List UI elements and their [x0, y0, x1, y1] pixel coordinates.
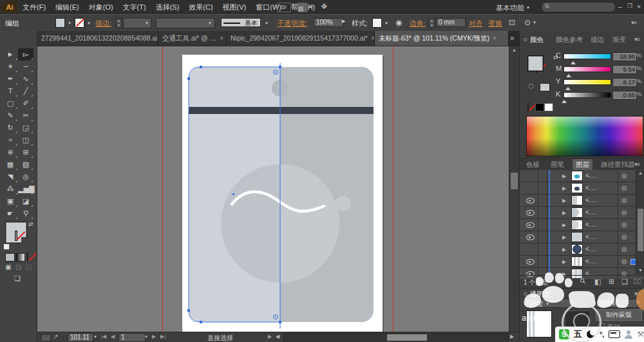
- transform-link[interactable]: 变换: [488, 19, 502, 28]
- opacity-expand-icon[interactable]: ▶: [342, 19, 345, 24]
- visibility-eye-icon[interactable]: [526, 222, 535, 228]
- stroke-color-swatch[interactable]: [75, 18, 84, 28]
- wrench-icon[interactable]: ⚒: [637, 330, 644, 339]
- expand-triangle-icon[interactable]: ▶: [562, 222, 566, 228]
- tool-cell[interactable]: ◫: [18, 134, 33, 146]
- corner-stepper[interactable]: ▲▼: [428, 18, 435, 28]
- none-mode-button[interactable]: [27, 252, 28, 261]
- panel-fill-swatch[interactable]: [527, 55, 544, 71]
- delete-layer-icon[interactable]: ⌧: [633, 278, 641, 286]
- layer-name[interactable]: <...: [585, 221, 597, 228]
- tool-cell[interactable]: ✎: [3, 109, 18, 122]
- toolbar-stroke-swatch[interactable]: [15, 231, 17, 240]
- tab-pathfinder[interactable]: 路径查找器: [601, 160, 635, 169]
- tool-cell[interactable]: ▣: [3, 195, 18, 207]
- menu-item[interactable]: 视图(V): [221, 0, 249, 12]
- channel-slider[interactable]: [564, 66, 611, 72]
- layers-panel-menu-icon[interactable]: ▾≡: [634, 161, 639, 167]
- tool-cell[interactable]: ☛: [3, 207, 18, 220]
- new-sublayer-icon[interactable]: ⊞: [609, 278, 614, 286]
- layer-row[interactable]: ▶ <... ◎: [520, 219, 644, 231]
- tool-cell[interactable]: ▂▅▇: [18, 183, 33, 195]
- document-tab[interactable]: Nipic_29842067_20190829115417377000.ai*×: [227, 31, 375, 46]
- expand-triangle-icon[interactable]: ▶: [562, 247, 566, 252]
- arrange-documents-caret-icon[interactable]: ▼: [308, 5, 312, 8]
- color-panel-menu-icon[interactable]: ▾≡: [634, 36, 639, 43]
- bridge-button[interactable]: Br: [277, 3, 291, 12]
- opacity-value[interactable]: 100%: [314, 18, 343, 27]
- screen-mode-icon[interactable]: ❏: [14, 274, 21, 283]
- panel-collapse-icon[interactable]: ≎: [523, 36, 528, 43]
- layer-thumbnail[interactable]: [571, 207, 583, 218]
- scroll-up-icon[interactable]: ▲: [512, 48, 516, 52]
- visibility-eye-icon[interactable]: [526, 198, 535, 204]
- layer-row[interactable]: ▶ <... ◎: [520, 256, 644, 268]
- target-circle-icon[interactable]: ◎: [621, 221, 627, 228]
- horizontal-scroll-thumb[interactable]: [387, 334, 427, 341]
- brush-definition-select[interactable]: 基本: [221, 18, 261, 27]
- target-circle-icon[interactable]: ◎: [621, 172, 627, 179]
- punctuation-icon[interactable]: °,: [600, 330, 604, 338]
- tab-stroke[interactable]: 描边: [591, 35, 604, 44]
- channel-slider[interactable]: [564, 79, 611, 85]
- menu-item[interactable]: 效果(C): [187, 0, 214, 12]
- layer-thumbnail[interactable]: [571, 183, 583, 193]
- color-spectrum[interactable]: [526, 116, 643, 157]
- ime-mode-label[interactable]: 五: [574, 328, 582, 340]
- layer-name[interactable]: <...: [585, 184, 597, 191]
- tab-swatches[interactable]: 色板: [526, 160, 540, 169]
- target-circle-icon[interactable]: ◎: [621, 196, 627, 204]
- channel-slider[interactable]: [564, 92, 611, 98]
- visibility-eye-icon[interactable]: [526, 259, 535, 265]
- target-circle-icon[interactable]: ◎: [621, 258, 627, 265]
- new-layer-icon[interactable]: ❏: [621, 278, 628, 286]
- layer-row[interactable]: ▶ <... ◎: [520, 207, 644, 219]
- tool-cell[interactable]: ↻: [3, 122, 18, 134]
- target-circle-icon[interactable]: ◎: [621, 233, 627, 240]
- layer-name[interactable]: <...: [585, 233, 597, 240]
- search-input[interactable]: [541, 2, 616, 12]
- tool-cell[interactable]: ▻: [18, 48, 33, 61]
- channel-value-input[interactable]: 0.65: [612, 91, 637, 100]
- width-profile-caret-icon[interactable]: [206, 19, 212, 27]
- vertical-scrollbar[interactable]: ▲: [509, 46, 519, 332]
- layer-row[interactable]: ▶ <... ◎: [520, 231, 644, 243]
- workspace-switcher[interactable]: 基本功能: [496, 3, 530, 13]
- target-circle-icon[interactable]: ◎: [621, 245, 627, 252]
- align-link[interactable]: 对齐: [469, 19, 483, 28]
- tool-cell[interactable]: ⊞: [18, 146, 33, 158]
- stroke-panel-link[interactable]: 描边:: [95, 19, 111, 28]
- expand-triangle-icon[interactable]: ▶: [562, 259, 566, 265]
- layer-thumbnail[interactable]: [571, 220, 583, 230]
- fill-color-swatch[interactable]: [55, 18, 65, 28]
- tool-cell[interactable]: ▦: [3, 158, 18, 171]
- tool-cell[interactable]: ▢: [3, 97, 18, 109]
- draw-behind-icon[interactable]: ◳: [15, 263, 21, 271]
- stroke-weight-caret-icon[interactable]: [143, 19, 149, 27]
- last-artboard-icon[interactable]: ▶|: [160, 334, 166, 339]
- layers-scroll-thumb[interactable]: [638, 209, 643, 251]
- layers-scrollbar[interactable]: ▲ ▼: [636, 170, 644, 274]
- keyboard-icon[interactable]: [609, 330, 620, 338]
- tab-close-icon[interactable]: ×: [493, 35, 497, 42]
- tool-cell[interactable]: ◥: [3, 171, 18, 183]
- prev-artboard-icon[interactable]: ◀: [111, 334, 115, 339]
- status-expand-icon[interactable]: ▶: [268, 334, 272, 339]
- corner-link[interactable]: 边角:: [410, 19, 426, 28]
- minimize-button[interactable]: –: [618, 3, 622, 10]
- expand-triangle-icon[interactable]: ▶: [562, 173, 566, 179]
- tab-color[interactable]: 颜色: [530, 35, 544, 44]
- hscroll-right-icon[interactable]: ▶: [510, 334, 514, 339]
- corner-value[interactable]: 0 mm: [436, 18, 466, 27]
- make-mask-button[interactable]: 制作蒙版: [596, 309, 642, 321]
- target-circle-icon[interactable]: ◎: [621, 209, 627, 216]
- tab-brushes[interactable]: 画笔: [551, 160, 564, 169]
- gradient-mode-button[interactable]: [15, 253, 25, 261]
- layer-name[interactable]: <...: [585, 245, 597, 252]
- default-fill-stroke-icon[interactable]: [3, 243, 10, 250]
- tool-cell[interactable]: ►: [3, 48, 18, 61]
- menu-item[interactable]: 对象(O): [87, 0, 115, 12]
- select-similar-icon[interactable]: ⊙: [524, 18, 536, 27]
- user-icon[interactable]: [625, 330, 632, 339]
- document-tab[interactable]: 27299441_20180613220208854088.ai*×: [37, 31, 158, 46]
